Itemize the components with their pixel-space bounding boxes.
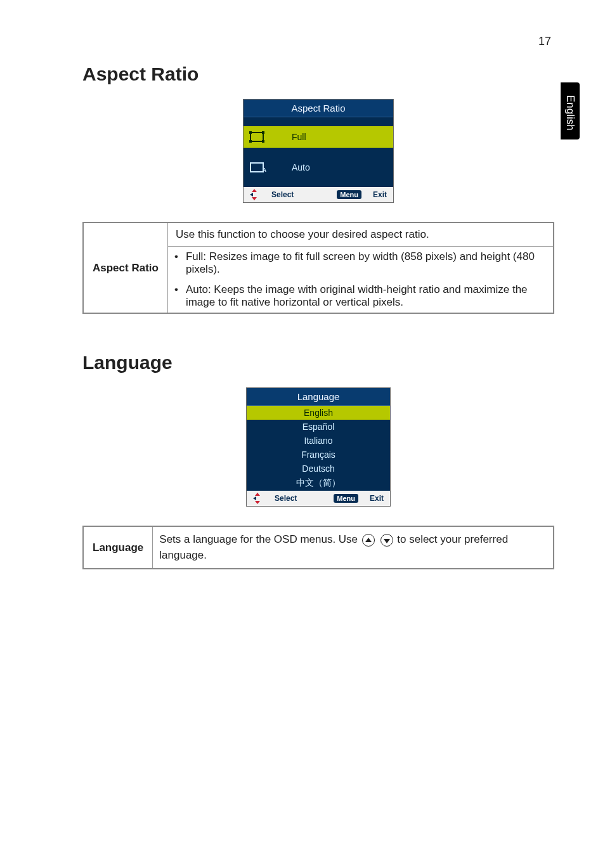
full-aspect-icon bbox=[250, 132, 264, 142]
row-label: Aspect Ratio bbox=[83, 223, 167, 313]
lang-item-italiano[interactable]: Italiano bbox=[247, 434, 390, 448]
lang-item-francais[interactable]: Français bbox=[247, 448, 390, 462]
aspect-ratio-heading: Aspect Ratio bbox=[82, 63, 554, 85]
osd-spacer bbox=[244, 117, 393, 126]
exit-label: Exit bbox=[370, 494, 384, 503]
option-label: Full bbox=[280, 132, 387, 142]
language-osd-panel: Language English Español Italiano França… bbox=[246, 387, 391, 507]
desc-pre: Sets a language for the OSD menus. Use bbox=[159, 533, 361, 545]
document-page: 17 English Aspect Ratio Aspect Ratio Ful… bbox=[0, 0, 605, 607]
aspect-ratio-osd-panel: Aspect Ratio Full Auto Select Menu Exit bbox=[243, 99, 394, 203]
language-list: English Español Italiano Français Deutsc… bbox=[247, 406, 390, 491]
bullet-icon: • bbox=[174, 250, 186, 276]
up-button-icon bbox=[362, 534, 375, 547]
language-heading: Language bbox=[82, 352, 554, 373]
bullet-text: Auto: Keeps the image with original widt… bbox=[186, 283, 543, 309]
language-side-tab: English bbox=[561, 82, 580, 139]
bullet-icon: • bbox=[174, 283, 186, 309]
row-content: Use this function to choose your desired… bbox=[167, 223, 554, 313]
exit-label: Exit bbox=[373, 190, 387, 199]
lang-item-chinese[interactable]: 中文（简） bbox=[247, 476, 390, 491]
select-label: Select bbox=[271, 190, 294, 199]
lang-item-espanol[interactable]: Español bbox=[247, 420, 390, 434]
nav-arrows-icon bbox=[250, 190, 260, 200]
row-label: Language bbox=[83, 526, 153, 569]
osd-footer: Select Menu Exit bbox=[244, 187, 393, 202]
menu-pill: Menu bbox=[334, 494, 358, 503]
osd-spacer bbox=[244, 178, 393, 187]
osd-title: Language bbox=[247, 388, 390, 406]
aspect-option-auto[interactable]: Auto bbox=[244, 157, 393, 178]
osd-spacer bbox=[244, 148, 393, 157]
nav-arrows-icon bbox=[253, 493, 263, 503]
auto-aspect-icon bbox=[250, 162, 264, 172]
aspect-ratio-table: Aspect Ratio Use this function to choose… bbox=[82, 222, 554, 314]
row-content: Sets a language for the OSD menus. Use t… bbox=[153, 526, 554, 569]
intro-text: Use this function to choose your desired… bbox=[168, 223, 553, 247]
osd-footer: Select Menu Exit bbox=[247, 491, 390, 506]
language-table: Language Sets a language for the OSD men… bbox=[82, 526, 554, 569]
page-number: 17 bbox=[538, 35, 551, 48]
osd-title: Aspect Ratio bbox=[244, 100, 393, 117]
aspect-option-full[interactable]: Full bbox=[244, 126, 393, 148]
bullet-text: Full: Resizes image to fit full screen b… bbox=[186, 250, 543, 276]
down-button-icon bbox=[381, 534, 393, 547]
option-label: Auto bbox=[280, 162, 387, 172]
bullet-full: • Full: Resizes image to fit full screen… bbox=[168, 247, 553, 280]
lang-item-english[interactable]: English bbox=[247, 406, 390, 420]
lang-item-deutsch[interactable]: Deutsch bbox=[247, 462, 390, 476]
bullet-auto: • Auto: Keeps the image with original wi… bbox=[168, 280, 553, 313]
menu-pill: Menu bbox=[337, 190, 361, 199]
select-label: Select bbox=[275, 494, 297, 503]
